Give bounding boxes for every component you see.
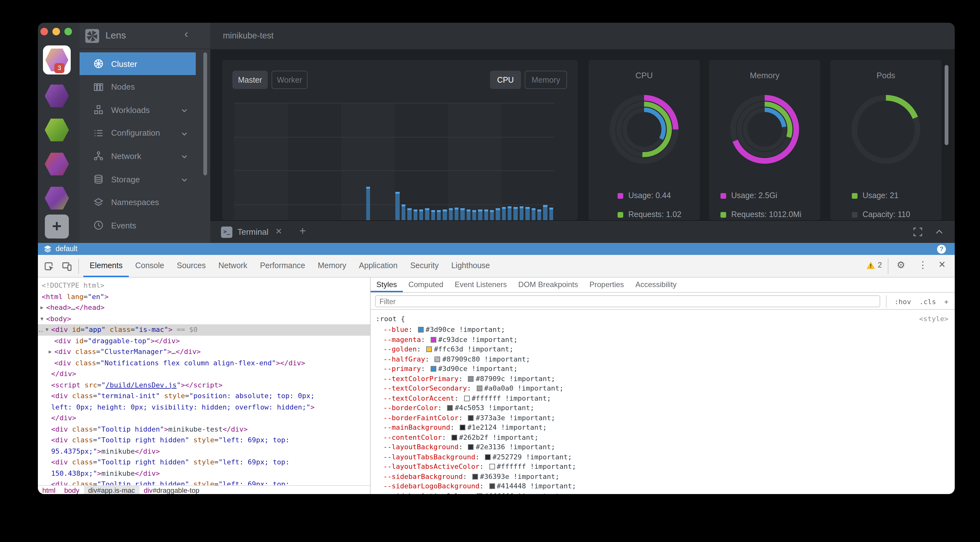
add-cluster-button[interactable]: + [45,214,69,239]
sidebar-item-events[interactable]: Events [80,214,196,237]
color-swatch[interactable] [468,376,474,382]
dom-node-line[interactable]: <div id="draggable-top"></div> [38,335,370,346]
dom-node-line[interactable]: <html lang="en"> [38,291,370,302]
css-property-line[interactable]: --contentColor: #262b2f !important; [383,433,539,442]
css-property-line[interactable]: --sidebarActiveColor: #ffffff !important… [383,491,563,494]
cluster-icon[interactable] [44,151,70,177]
sidebar-item-storage[interactable]: Storage [80,168,196,190]
content-scrollbar[interactable] [945,65,948,145]
dom-node-line[interactable]: <!DOCTYPE html> [38,280,370,291]
issues-counter[interactable]: 2 [866,261,882,269]
dom-node-line[interactable]: <div class="Tooltip right hidden" style=… [38,435,370,446]
devtools-tab-memory[interactable]: Memory [312,255,353,277]
dom-node-line[interactable]: 95.4375px;">minikube</div> [38,446,370,457]
style-origin-link[interactable]: <style> [919,315,948,323]
color-swatch[interactable] [452,434,457,440]
css-property-line[interactable]: --sidebarLogoBackground: #414448 !import… [383,482,576,491]
css-property-line[interactable]: --borderColor: #4c5053 !important; [383,403,534,413]
color-swatch[interactable] [460,425,465,430]
settings-gear-icon[interactable]: ⚙ [897,259,905,271]
color-swatch[interactable] [468,415,474,420]
css-property-line[interactable]: --borderFaintColor: #373a3e !important; [383,413,555,423]
cluster-icon[interactable] [44,117,70,143]
inspect-element-icon[interactable] [44,261,54,271]
css-property-line[interactable]: --layoutBackground: #2e3136 !important; [383,442,555,452]
color-swatch[interactable] [489,464,495,469]
color-swatch[interactable] [418,327,424,333]
dom-node-line[interactable]: </div> [38,368,370,380]
breadcrumb[interactable]: html [38,485,60,494]
color-swatch[interactable] [435,356,441,362]
dom-node-line[interactable]: <div class="Tooltip right hidden" style=… [38,457,370,468]
styles-tab-computed[interactable]: Computed [402,277,449,292]
sidebar-item-nodes[interactable]: Nodes [80,75,196,98]
close-terminal-tab-button[interactable]: ✕ [275,227,282,236]
dom-node-line[interactable]: ▼<body> [38,313,370,324]
devtools-tab-sources[interactable]: Sources [170,255,212,277]
css-property-line[interactable]: --layoutTabsActiveColor: #ffffff !import… [383,462,576,472]
dom-node-line[interactable]: </div> [38,413,370,424]
breadcrumb[interactable]: div#app.is-mac [84,485,139,494]
color-swatch[interactable] [426,346,432,352]
expand-arrow-icon[interactable]: ▼ [46,324,49,335]
devtools-tab-application[interactable]: Application [353,255,404,277]
sidebar-item-cluster[interactable]: Cluster [80,52,196,75]
color-swatch[interactable] [447,405,453,411]
devtools-menu-icon[interactable]: ⋮ [918,259,928,271]
dom-node-line[interactable]: <div class="Tooltip right hidden" style=… [38,479,370,485]
css-property-line[interactable]: --textColorAccent: #ffffff !important; [383,393,551,403]
devtools-tab-lighthouse[interactable]: Lighthouse [445,255,496,277]
sidebar-collapse-button[interactable]: ‹ [185,28,188,41]
dom-node-line[interactable]: <div class="terminal-init" style="positi… [38,391,370,402]
dom-node-line[interactable]: left: 0px; height: 0px; visibility: hidd… [38,402,370,413]
color-swatch[interactable] [476,493,482,494]
css-property-line[interactable]: --halfGray: #87909c80 !important; [383,354,530,364]
color-swatch[interactable] [476,385,482,391]
css-property-line[interactable]: --sidebarBackground: #36393e !important; [383,472,560,482]
expand-arrow-icon[interactable]: ▶ [40,302,44,313]
styles-toggle-cls[interactable]: .cls [920,298,936,306]
color-swatch[interactable] [489,483,495,489]
css-property-line[interactable]: --mainBackground: #1e2124 !important; [383,423,547,433]
breadcrumb[interactable]: div#draggable-top [139,485,204,494]
tab-worker[interactable]: Worker [272,71,307,89]
css-property-line[interactable]: --textColorSecondary: #a0a0a0 !important… [383,384,563,393]
devtools-tab-security[interactable]: Security [404,255,445,277]
minimize-window-button[interactable] [52,28,60,35]
styles-tab-styles[interactable]: Styles [371,277,402,292]
devtools-tab-network[interactable]: Network [212,255,254,277]
styles-tab-event-listeners[interactable]: Event Listeners [449,277,512,292]
styles-toggle-hov[interactable]: :hov [894,298,911,306]
sidebar-item-namespaces[interactable]: Namespaces [80,191,196,214]
sidebar-item-workloads[interactable]: Workloads [80,98,196,121]
styles-filter-input[interactable] [375,295,880,307]
sidebar-scrollbar[interactable] [203,52,207,175]
color-swatch[interactable] [473,474,478,479]
color-swatch[interactable] [431,337,436,342]
chevron-up-icon[interactable] [934,227,944,237]
expand-arrow-icon[interactable]: ▶ [49,346,52,357]
tab-memory[interactable]: Memory [525,71,567,89]
styles-toggle-[interactable]: + [944,298,948,306]
css-property-line[interactable]: --magenta: #c93dce !important; [383,335,517,344]
dom-node-line[interactable]: ‥▼<div id="app" class="is-mac"> == $0 [38,324,370,335]
css-selector[interactable]: :root { [376,315,405,323]
devtools-tab-performance[interactable]: Performance [253,255,311,277]
dom-node-line[interactable]: 150.438px;">minikube</div> [38,468,370,479]
breadcrumb[interactable]: body [60,485,84,494]
fullscreen-icon[interactable] [913,227,923,237]
sidebar-item-configuration[interactable]: Configuration [80,122,196,144]
dom-node-line[interactable]: ▶<head>…</head> [38,302,370,313]
expand-arrow-icon[interactable]: ▼ [40,313,44,324]
dom-node-line[interactable]: <div class="Notifications flex column al… [38,357,370,368]
cluster-icon[interactable] [44,83,70,109]
devtools-tab-elements[interactable]: Elements [83,255,129,277]
dom-node-line[interactable]: <script src="/build/LensDev.js"></script… [38,380,370,391]
cluster-icon[interactable] [44,185,70,211]
color-swatch[interactable] [464,395,470,401]
css-property-line[interactable]: --golden: #ffc63d !important; [383,344,513,354]
color-swatch[interactable] [431,366,436,372]
styles-tab-accessibility[interactable]: Accessibility [630,277,682,292]
css-property-line[interactable]: --layoutTabsBackground: #252729 !importa… [383,452,572,462]
close-devtools-icon[interactable]: ✕ [938,259,946,269]
